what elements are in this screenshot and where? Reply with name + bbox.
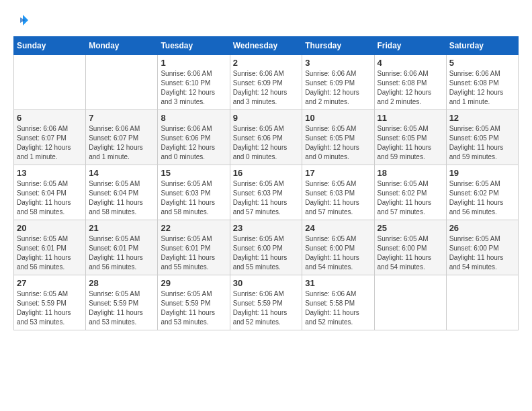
weekday-header-thursday: Thursday — [302, 37, 374, 55]
day-number: 20 — [17, 223, 83, 233]
calendar-cell: 6Sunrise: 6:06 AMSunset: 6:07 PMDaylight… — [14, 110, 86, 165]
day-number: 18 — [378, 168, 443, 178]
weekday-header-saturday: Saturday — [446, 37, 518, 55]
day-number: 13 — [17, 168, 83, 178]
calendar-week-row: 27Sunrise: 6:05 AMSunset: 5:59 PMDayligh… — [14, 275, 519, 330]
day-info: Sunrise: 6:05 AMSunset: 6:04 PMDaylight:… — [89, 179, 154, 217]
day-number: 23 — [233, 223, 300, 233]
calendar-cell: 7Sunrise: 6:06 AMSunset: 6:07 PMDaylight… — [86, 110, 158, 165]
calendar-cell: 3Sunrise: 6:06 AMSunset: 6:09 PMDaylight… — [302, 55, 374, 110]
calendar-cell — [14, 55, 86, 110]
day-info: Sunrise: 6:06 AMSunset: 5:58 PMDaylight:… — [305, 289, 371, 327]
calendar-cell: 8Sunrise: 6:06 AMSunset: 6:06 PMDaylight… — [158, 110, 230, 165]
calendar-cell: 23Sunrise: 6:05 AMSunset: 6:00 PMDayligh… — [230, 220, 302, 275]
day-number: 12 — [449, 113, 515, 123]
calendar-cell: 20Sunrise: 6:05 AMSunset: 6:01 PMDayligh… — [14, 220, 86, 275]
day-number: 2 — [233, 58, 300, 68]
calendar-cell: 1Sunrise: 6:06 AMSunset: 6:10 PMDaylight… — [158, 55, 230, 110]
calendar-cell: 21Sunrise: 6:05 AMSunset: 6:01 PMDayligh… — [86, 220, 158, 275]
calendar-cell: 29Sunrise: 6:05 AMSunset: 5:59 PMDayligh… — [158, 275, 230, 330]
day-info: Sunrise: 6:05 AMSunset: 6:01 PMDaylight:… — [17, 234, 83, 272]
calendar-cell: 25Sunrise: 6:05 AMSunset: 6:00 PMDayligh… — [374, 220, 446, 275]
calendar-cell: 16Sunrise: 6:05 AMSunset: 6:03 PMDayligh… — [230, 165, 302, 220]
day-number: 1 — [161, 58, 226, 68]
day-number: 22 — [161, 223, 226, 233]
day-info: Sunrise: 6:05 AMSunset: 6:00 PMDaylight:… — [305, 234, 371, 272]
day-number: 7 — [89, 113, 154, 123]
calendar-cell: 17Sunrise: 6:05 AMSunset: 6:03 PMDayligh… — [302, 165, 374, 220]
calendar-cell: 19Sunrise: 6:05 AMSunset: 6:02 PMDayligh… — [446, 165, 518, 220]
weekday-header-friday: Friday — [374, 37, 446, 55]
calendar-cell — [86, 55, 158, 110]
day-info: Sunrise: 6:05 AMSunset: 6:03 PMDaylight:… — [233, 179, 300, 217]
day-number: 26 — [449, 223, 515, 233]
day-info: Sunrise: 6:05 AMSunset: 5:59 PMDaylight:… — [17, 289, 83, 327]
calendar-header: SundayMondayTuesdayWednesdayThursdayFrid… — [14, 37, 519, 55]
calendar-cell: 2Sunrise: 6:06 AMSunset: 6:09 PMDaylight… — [230, 55, 302, 110]
day-number: 9 — [233, 113, 300, 123]
day-info: Sunrise: 6:05 AMSunset: 6:06 PMDaylight:… — [233, 124, 300, 162]
day-number: 24 — [305, 223, 371, 233]
day-number: 11 — [378, 113, 443, 123]
day-number: 4 — [378, 58, 443, 68]
day-info: Sunrise: 6:06 AMSunset: 6:09 PMDaylight:… — [305, 69, 371, 107]
day-info: Sunrise: 6:05 AMSunset: 6:05 PMDaylight:… — [449, 124, 515, 162]
day-number: 31 — [305, 278, 371, 288]
day-info: Sunrise: 6:06 AMSunset: 6:07 PMDaylight:… — [89, 124, 154, 162]
day-number: 30 — [233, 278, 300, 288]
day-number: 14 — [89, 168, 154, 178]
day-info: Sunrise: 6:05 AMSunset: 6:02 PMDaylight:… — [449, 179, 515, 217]
day-info: Sunrise: 6:06 AMSunset: 6:08 PMDaylight:… — [449, 69, 515, 107]
weekday-header-row: SundayMondayTuesdayWednesdayThursdayFrid… — [14, 37, 519, 55]
day-number: 25 — [378, 223, 443, 233]
day-number: 28 — [89, 278, 154, 288]
day-info: Sunrise: 6:06 AMSunset: 6:09 PMDaylight:… — [233, 69, 300, 107]
day-info: Sunrise: 6:05 AMSunset: 6:01 PMDaylight:… — [89, 234, 154, 272]
calendar-cell: 27Sunrise: 6:05 AMSunset: 5:59 PMDayligh… — [14, 275, 86, 330]
calendar-table: SundayMondayTuesdayWednesdayThursdayFrid… — [13, 36, 519, 330]
day-info: Sunrise: 6:06 AMSunset: 6:10 PMDaylight:… — [161, 69, 226, 107]
calendar-cell: 9Sunrise: 6:05 AMSunset: 6:06 PMDaylight… — [230, 110, 302, 165]
calendar-cell: 12Sunrise: 6:05 AMSunset: 6:05 PMDayligh… — [446, 110, 518, 165]
day-info: Sunrise: 6:06 AMSunset: 5:59 PMDaylight:… — [233, 289, 300, 327]
day-info: Sunrise: 6:05 AMSunset: 6:05 PMDaylight:… — [305, 124, 371, 162]
day-info: Sunrise: 6:05 AMSunset: 6:00 PMDaylight:… — [378, 234, 443, 272]
day-info: Sunrise: 6:05 AMSunset: 6:03 PMDaylight:… — [305, 179, 371, 217]
day-number: 17 — [305, 168, 371, 178]
calendar-cell: 11Sunrise: 6:05 AMSunset: 6:05 PMDayligh… — [374, 110, 446, 165]
day-info: Sunrise: 6:05 AMSunset: 6:03 PMDaylight:… — [161, 179, 226, 217]
calendar-week-row: 1Sunrise: 6:06 AMSunset: 6:10 PMDaylight… — [14, 55, 519, 110]
day-info: Sunrise: 6:05 AMSunset: 5:59 PMDaylight:… — [89, 289, 154, 327]
calendar-cell: 24Sunrise: 6:05 AMSunset: 6:00 PMDayligh… — [302, 220, 374, 275]
calendar-cell — [446, 275, 518, 330]
calendar-cell: 10Sunrise: 6:05 AMSunset: 6:05 PMDayligh… — [302, 110, 374, 165]
day-number: 5 — [449, 58, 515, 68]
day-info: Sunrise: 6:05 AMSunset: 6:00 PMDaylight:… — [233, 234, 300, 272]
day-number: 16 — [233, 168, 300, 178]
day-info: Sunrise: 6:05 AMSunset: 6:05 PMDaylight:… — [378, 124, 443, 162]
day-info: Sunrise: 6:06 AMSunset: 6:06 PMDaylight:… — [161, 124, 226, 162]
calendar-cell: 31Sunrise: 6:06 AMSunset: 5:58 PMDayligh… — [302, 275, 374, 330]
calendar-week-row: 13Sunrise: 6:05 AMSunset: 6:04 PMDayligh… — [14, 165, 519, 220]
day-number: 10 — [305, 113, 371, 123]
day-number: 8 — [161, 113, 226, 123]
day-number: 21 — [89, 223, 154, 233]
calendar-week-row: 6Sunrise: 6:06 AMSunset: 6:07 PMDaylight… — [14, 110, 519, 165]
day-number: 6 — [17, 113, 83, 123]
weekday-header-monday: Monday — [86, 37, 158, 55]
calendar-cell: 14Sunrise: 6:05 AMSunset: 6:04 PMDayligh… — [86, 165, 158, 220]
calendar-cell: 26Sunrise: 6:05 AMSunset: 6:00 PMDayligh… — [446, 220, 518, 275]
page-header — [13, 13, 519, 30]
day-info: Sunrise: 6:06 AMSunset: 6:08 PMDaylight:… — [378, 69, 443, 107]
calendar-cell: 13Sunrise: 6:05 AMSunset: 6:04 PMDayligh… — [14, 165, 86, 220]
logo-icon — [13, 13, 30, 30]
day-number: 29 — [161, 278, 226, 288]
weekday-header-wednesday: Wednesday — [230, 37, 302, 55]
day-info: Sunrise: 6:06 AMSunset: 6:07 PMDaylight:… — [17, 124, 83, 162]
day-info: Sunrise: 6:05 AMSunset: 5:59 PMDaylight:… — [161, 289, 226, 327]
calendar-cell: 28Sunrise: 6:05 AMSunset: 5:59 PMDayligh… — [86, 275, 158, 330]
calendar-body: 1Sunrise: 6:06 AMSunset: 6:10 PMDaylight… — [14, 55, 519, 330]
calendar-cell: 18Sunrise: 6:05 AMSunset: 6:02 PMDayligh… — [374, 165, 446, 220]
calendar-cell: 4Sunrise: 6:06 AMSunset: 6:08 PMDaylight… — [374, 55, 446, 110]
day-info: Sunrise: 6:05 AMSunset: 6:02 PMDaylight:… — [378, 179, 443, 217]
